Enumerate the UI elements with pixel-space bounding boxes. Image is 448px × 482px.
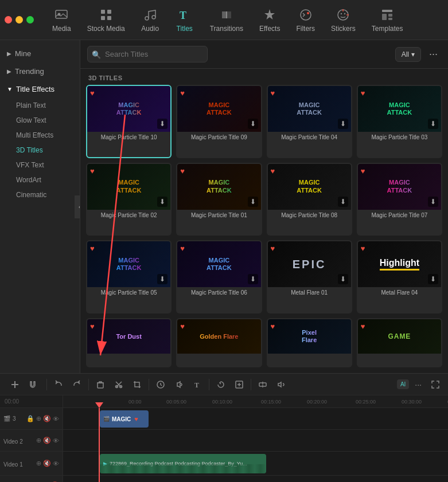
favorite-icon-14: ♥ — [180, 322, 185, 331]
title-card-1[interactable]: ♥ MAGIC ATTACK ⬇ Magic Particle Title 10 — [86, 85, 172, 158]
download-icon-8[interactable]: ⬇ — [428, 197, 438, 207]
delete-button[interactable] — [92, 378, 108, 391]
title-card-9[interactable]: ♥ MAGIC ATTACK ⬇ Magic Particle Title 05 — [86, 240, 172, 314]
magnet-button[interactable] — [25, 378, 41, 391]
ai-button[interactable]: AI — [397, 379, 409, 389]
download-icon-2[interactable]: ⬇ — [248, 119, 258, 129]
title-card-12[interactable]: ♥ Highlight ⬇ Metal Flare 04 — [357, 240, 442, 314]
split-button[interactable] — [255, 378, 271, 391]
title-card-5[interactable]: ♥ MAGIC ATTACK ⬇ Magic Particle Title 02 — [86, 163, 172, 236]
video-clip[interactable]: ▶ 722869_Recording Podcast Podcasting Po… — [100, 454, 266, 473]
download-icon-7[interactable]: ⬇ — [338, 197, 348, 207]
sidebar-item-trending[interactable]: ▶ Trending — [0, 62, 80, 80]
download-icon-5[interactable]: ⬇ — [157, 197, 167, 207]
cut-button[interactable] — [111, 378, 127, 391]
track-label-video3: 🎬 3 — [3, 416, 24, 422]
nav-item-effects[interactable]: Effects — [251, 3, 288, 37]
title-name-3: Magic Particle Title 04 — [268, 132, 351, 144]
nav-item-titles[interactable]: T Titles — [167, 3, 202, 37]
download-icon-3[interactable]: ⬇ — [338, 119, 348, 129]
download-icon-6[interactable]: ⬇ — [248, 197, 258, 207]
redo-button[interactable] — [69, 378, 85, 391]
title-card-7[interactable]: ♥ MAGIC ATTACK ⬇ Magic Particle Title 08 — [267, 163, 352, 236]
crop-button[interactable] — [129, 378, 145, 391]
title-card-11[interactable]: ♥ EPIC ⬇ Metal Flare 01 — [267, 240, 352, 314]
sidebar-sub-plain-text[interactable]: Plain Text — [0, 98, 80, 113]
sidebar-sub-cinematic[interactable]: Cinematic — [0, 187, 80, 202]
ruler-5: 00:05:00 — [166, 399, 186, 405]
download-icon-10[interactable]: ⬇ — [248, 274, 258, 284]
sidebar-sub-glow-text[interactable]: Glow Text — [0, 113, 80, 128]
nav-item-templates[interactable]: Templates — [364, 3, 411, 37]
title-card-2[interactable]: ♥ MAGIC ATTACK ⬇ Magic Particle Title 09 — [176, 85, 262, 158]
title-name-5: Magic Particle Title 02 — [87, 210, 170, 222]
title-card-10[interactable]: ♥ MAGIC ATTACK ⬇ Magic Particle Title 06 — [176, 240, 262, 314]
track3-eye-button[interactable]: 👁 — [53, 416, 59, 422]
sidebar-sub-vfx-text[interactable]: VFX Text — [0, 158, 80, 173]
sidebar-sub-wordart[interactable]: WordArt — [0, 173, 80, 187]
undo-button[interactable] — [50, 378, 67, 391]
speed-button[interactable] — [153, 378, 169, 391]
title-card-13[interactable]: ♥ Tor Dust — [86, 318, 172, 368]
download-icon-4[interactable]: ⬇ — [428, 119, 438, 129]
track2-mute-button[interactable]: 🔇 — [43, 437, 51, 444]
favorite-icon-15: ♥ — [271, 322, 275, 331]
svg-text:T: T — [194, 381, 199, 389]
search-input[interactable] — [87, 46, 208, 62]
download-icon[interactable]: ⬇ — [157, 119, 167, 129]
volume-button[interactable] — [273, 378, 289, 391]
fullscreen-button[interactable] — [427, 378, 443, 391]
track2-eye-button[interactable]: 👁 — [53, 437, 59, 444]
title-card-8[interactable]: ♥ MAGIC ATTACK ⬇ Magic Particle Title 07 — [357, 163, 442, 236]
sidebar-item-mine[interactable]: ▶ Mine — [0, 45, 80, 62]
download-icon-9[interactable]: ⬇ — [157, 274, 167, 284]
timeline-more-button[interactable]: ··· — [411, 378, 425, 391]
favorite-icon-2: ♥ — [180, 89, 185, 97]
svg-rect-15 — [382, 14, 387, 20]
favorite-icon-6: ♥ — [180, 167, 185, 175]
nav-item-stock-media[interactable]: Stock Media — [79, 3, 133, 37]
nav-item-stickers[interactable]: Stickers — [323, 3, 364, 37]
sidebar-sub-3d-titles[interactable]: 3D Titles — [0, 143, 80, 158]
sidebar-item-title-effects[interactable]: ▼ Title Effects — [0, 80, 80, 98]
title-card-3[interactable]: ♥ MAGIC ATTACK ⬇ Magic Particle Title 04 — [267, 85, 352, 158]
nav-item-media[interactable]: Media — [44, 3, 79, 37]
maximize-button[interactable] — [26, 16, 34, 23]
track1-mute-button[interactable]: 🔇 — [43, 460, 51, 467]
zoom-fit-button[interactable] — [231, 378, 247, 391]
title-name-8: Magic Particle Title 07 — [358, 210, 441, 222]
svg-rect-16 — [388, 14, 392, 17]
text-button[interactable]: T — [189, 378, 205, 391]
audio-label: Audio — [141, 25, 159, 33]
minimize-button[interactable] — [15, 16, 23, 23]
download-icon-11[interactable]: ⬇ — [338, 274, 348, 284]
more-options-button[interactable]: ··· — [426, 46, 441, 62]
sidebar-toggle-button[interactable]: ‹ — [75, 195, 80, 218]
sidebar-sub-multi-effects[interactable]: Multi Effects — [0, 128, 80, 143]
nav-item-filters[interactable]: Filters — [288, 3, 323, 37]
title-card-4[interactable]: ♥ MAGIC ATTACK ⬇ Magic Particle Title 03 — [357, 85, 442, 158]
audio-button[interactable] — [171, 378, 187, 391]
download-icon-12[interactable]: ⬇ — [428, 274, 438, 284]
loop-button[interactable] — [213, 378, 229, 391]
nav-item-audio[interactable]: Audio — [133, 3, 167, 37]
nav-item-transitions[interactable]: Transitions — [202, 3, 251, 37]
track3-mute-button[interactable]: 🔇 — [43, 415, 51, 422]
title-card-16[interactable]: ♥ GAME — [357, 318, 442, 368]
title-card-15[interactable]: ♥ Pixel Flare — [267, 318, 352, 368]
svg-rect-2 — [101, 10, 105, 14]
title-clip[interactable]: 🎬 MAGIC ♥ — [100, 410, 149, 428]
track2-add-button[interactable]: ⊕ — [36, 437, 41, 444]
track3-lock-button[interactable]: 🔒 — [26, 415, 34, 422]
track1-eye-button[interactable]: 👁 — [53, 460, 59, 467]
playhead-head — [95, 402, 103, 408]
track1-add-button[interactable]: ⊕ — [36, 460, 41, 467]
playhead[interactable] — [99, 408, 100, 482]
title-card-6[interactable]: ♥ MAGIC ATTACK ⬇ Magic Particle Title 01 — [176, 163, 262, 236]
close-button[interactable] — [5, 16, 12, 23]
filter-button[interactable]: All ▾ — [395, 47, 421, 62]
add-track-button[interactable] — [7, 378, 23, 391]
title-card-14[interactable]: ♥ Golden Flare — [176, 318, 262, 368]
title-clip-name: MAGIC — [112, 416, 131, 422]
track3-add-button[interactable]: ⊕ — [36, 415, 41, 422]
